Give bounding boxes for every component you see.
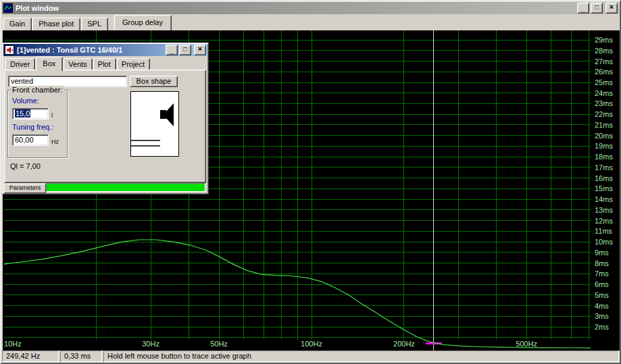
svg-text:50Hz: 50Hz <box>210 340 228 348</box>
svg-text:26ms: 26ms <box>595 68 613 76</box>
close-button[interactable]: × <box>605 3 618 14</box>
svg-text:4ms: 4ms <box>595 302 609 310</box>
dialog-icon <box>5 45 14 55</box>
svg-text:100Hz: 100Hz <box>301 340 322 348</box>
app-icon <box>3 3 13 13</box>
svg-text:23ms: 23ms <box>595 99 613 107</box>
tuning-freq-label: Tuning freq.: <box>12 123 53 131</box>
tab-spl[interactable]: SPL <box>80 18 108 30</box>
status-hint: Hold left mouse button to trace active g… <box>103 350 619 362</box>
volume-label: Volume: <box>12 97 39 105</box>
svg-text:14ms: 14ms <box>595 195 613 203</box>
front-chamber-legend: Front chamber: <box>11 86 64 94</box>
svg-text:3ms: 3ms <box>595 312 609 320</box>
status-delay: 0,33 ms <box>60 350 102 362</box>
svg-text:2ms: 2ms <box>595 323 609 331</box>
svg-text:25ms: 25ms <box>595 78 613 86</box>
svg-text:11ms: 11ms <box>595 227 613 235</box>
plot-window: Plot window _ □ × Gain Phase plot SPL Gr… <box>0 0 621 364</box>
box-shape-preview <box>130 91 179 157</box>
minimize-button[interactable]: _ <box>577 3 589 14</box>
tab-project[interactable]: Project <box>116 58 150 70</box>
svg-text:24ms: 24ms <box>595 89 613 97</box>
tab-group-delay[interactable]: Group delay <box>114 15 172 30</box>
svg-text:10ms: 10ms <box>595 238 613 246</box>
svg-text:15ms: 15ms <box>595 184 613 192</box>
box-dialog: [1]vented : Tonsil GTC 16/40/1 _ □ × Dri… <box>2 43 209 194</box>
dialog-title: [1]vented : Tonsil GTC 16/40/1 <box>16 46 164 54</box>
volume-input[interactable]: 15,0 <box>12 108 49 120</box>
volume-unit: l <box>51 112 53 119</box>
window-title: Plot window <box>14 4 576 12</box>
svg-text:27ms: 27ms <box>595 57 613 66</box>
tuning-freq-unit: Hz <box>51 138 59 145</box>
svg-text:18ms: 18ms <box>595 153 613 161</box>
plot-tab-strip: Gain Phase plot SPL Group delay <box>3 16 618 30</box>
svg-text:6ms: 6ms <box>595 280 609 288</box>
svg-text:22ms: 22ms <box>595 110 613 118</box>
svg-text:13ms: 13ms <box>595 206 613 214</box>
box-cross-section <box>131 92 177 155</box>
svg-text:30Hz: 30Hz <box>142 340 159 348</box>
progress-bar <box>46 183 205 192</box>
tab-box[interactable]: Box <box>35 57 63 71</box>
svg-text:200Hz: 200Hz <box>393 340 415 348</box>
maximize-button[interactable]: □ <box>591 3 603 14</box>
status-frequency: 249,42 Hz <box>2 350 59 362</box>
tab-driver[interactable]: Driver <box>5 58 35 70</box>
svg-text:20ms: 20ms <box>595 132 613 140</box>
svg-text:17ms: 17ms <box>595 163 613 172</box>
ql-value: Ql = 7,00 <box>10 162 41 170</box>
svg-text:7ms: 7ms <box>595 269 609 278</box>
driver-cone-icon <box>166 103 174 126</box>
tab-plot[interactable]: Plot <box>93 58 116 70</box>
status-bar: 249,42 Hz 0,33 ms Hold left mouse button… <box>2 350 619 362</box>
svg-text:10Hz: 10Hz <box>4 340 22 348</box>
svg-text:8ms: 8ms <box>595 259 609 267</box>
dialog-minimize-button[interactable]: _ <box>166 45 178 55</box>
svg-text:5ms: 5ms <box>595 291 609 299</box>
box-shape-button[interactable]: Box shape <box>130 76 178 87</box>
tab-phase-plot[interactable]: Phase plot <box>32 18 80 30</box>
parameters-tab[interactable]: Parameters <box>4 184 46 193</box>
svg-text:19ms: 19ms <box>595 142 613 150</box>
dialog-close-button[interactable]: × <box>194 45 206 55</box>
svg-text:28ms: 28ms <box>595 47 613 55</box>
dialog-tab-strip: Driver Box Vents Plot Project <box>5 57 150 70</box>
svg-text:21ms: 21ms <box>595 121 613 129</box>
dialog-maximize-button[interactable]: □ <box>179 45 191 55</box>
front-chamber-group: Front chamber: Volume: 15,0 l Tuning fre… <box>7 90 68 158</box>
driver-magnet-icon <box>160 110 166 119</box>
svg-text:16ms: 16ms <box>595 174 613 182</box>
title-bar[interactable]: Plot window _ □ × <box>2 2 619 14</box>
tab-vents[interactable]: Vents <box>63 58 93 70</box>
svg-text:12ms: 12ms <box>595 217 613 225</box>
dialog-title-bar[interactable]: [1]vented : Tonsil GTC 16/40/1 _ □ × <box>3 44 207 56</box>
tuning-freq-input[interactable]: 60,00 <box>12 134 49 146</box>
svg-text:9ms: 9ms <box>595 249 609 257</box>
box-tab-page: vented Box shape Front chamber: Volume: … <box>4 70 206 183</box>
svg-text:500Hz: 500Hz <box>516 340 537 348</box>
tab-gain[interactable]: Gain <box>3 18 32 30</box>
svg-text:29ms: 29ms <box>595 36 613 44</box>
